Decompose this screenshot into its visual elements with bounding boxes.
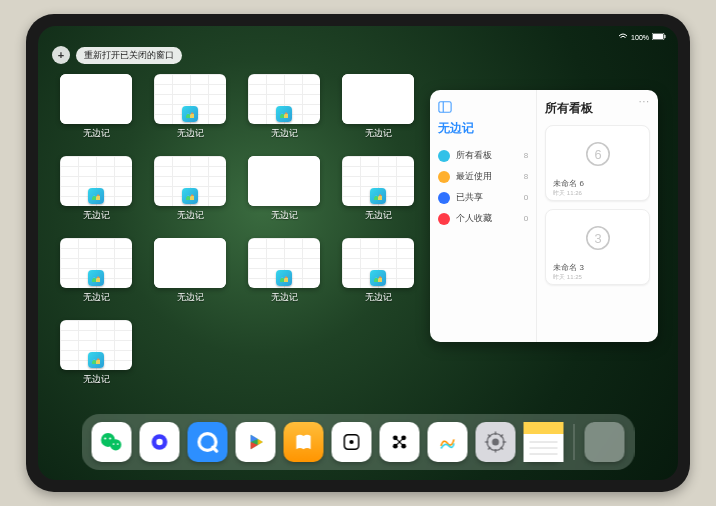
board-card[interactable]: 6未命名 6昨天 11:26 [545, 125, 650, 201]
window-thumbnail[interactable]: 无边记 [342, 74, 414, 142]
sidebar-item-count: 0 [524, 214, 528, 223]
thumbnail-preview [154, 156, 226, 206]
thumbnail-preview [342, 74, 414, 124]
thumbnail-preview [154, 238, 226, 288]
svg-point-32 [492, 439, 499, 446]
dock-app-qqbrowser[interactable] [188, 422, 228, 462]
thumbnail-label: 无边记 [365, 209, 392, 222]
dock-app-freeform[interactable] [428, 422, 468, 462]
window-thumbnail[interactable]: 无边记 [342, 156, 414, 224]
thumbnail-label: 无边记 [177, 127, 204, 140]
new-window-button[interactable]: + [52, 46, 70, 64]
thumbnail-label: 无边记 [177, 291, 204, 304]
freeform-app-icon [276, 106, 292, 122]
freeform-app-icon [276, 188, 292, 204]
sidebar-items: 所有看板8最近使用8已共享0个人收藏0 [438, 145, 528, 229]
panel-sidebar: 无边记 所有看板8最近使用8已共享0个人收藏0 [430, 90, 537, 342]
category-dot-icon [438, 213, 450, 225]
board-subtitle: 昨天 11:26 [550, 189, 645, 198]
freeform-app-icon [88, 270, 104, 286]
panel-content: ··· 所有看板 6未命名 6昨天 11:263未命名 3昨天 11:25 [537, 90, 658, 342]
thumbnail-preview [60, 238, 132, 288]
sidebar-toggle-icon[interactable] [438, 100, 452, 114]
screen: 100% + 重新打开已关闭的窗口 无边记无边记无边记无边记无边记无边记无边记无… [38, 26, 678, 480]
sidebar-item-count: 8 [524, 172, 528, 181]
sidebar-item-label: 所有看板 [456, 149, 492, 162]
window-thumbnail[interactable]: 无边记 [60, 156, 132, 224]
thumbnail-label: 无边记 [83, 291, 110, 304]
dock-app-quark[interactable] [140, 422, 180, 462]
freeform-app-icon [276, 270, 292, 286]
svg-point-12 [109, 437, 111, 439]
dock-app-wechat[interactable] [92, 422, 132, 462]
window-thumbnail[interactable]: 无边记 [154, 156, 226, 224]
category-dot-icon [438, 171, 450, 183]
sidebar-item-count: 0 [524, 193, 528, 202]
window-thumbnail[interactable]: 无边记 [154, 238, 226, 306]
dock-app-connect[interactable] [380, 422, 420, 462]
sidebar-item[interactable]: 已共享0 [438, 187, 528, 208]
window-thumbnail[interactable]: 无边记 [60, 74, 132, 142]
sidebar-item[interactable]: 个人收藏0 [438, 208, 528, 229]
freeform-app-icon [88, 188, 104, 204]
dock [82, 414, 635, 470]
window-switcher-grid: 无边记无边记无边记无边记无边记无边记无边记无边记无边记无边记无边记无边记无边记 [60, 74, 430, 388]
battery-label: 100% [631, 34, 649, 41]
window-thumbnail[interactable]: 无边记 [60, 238, 132, 306]
sidebar-item[interactable]: 最近使用8 [438, 166, 528, 187]
thumbnail-preview [248, 74, 320, 124]
more-button[interactable]: ··· [639, 96, 650, 107]
thumbnail-label: 无边记 [271, 291, 298, 304]
dock-app-notes[interactable] [524, 422, 564, 462]
window-thumbnail[interactable]: 无边记 [60, 320, 132, 388]
thumbnail-label: 无边记 [365, 291, 392, 304]
thumbnail-preview [248, 238, 320, 288]
svg-point-23 [349, 440, 353, 444]
dock-app-dice[interactable] [332, 422, 372, 462]
board-card[interactable]: 3未命名 3昨天 11:25 [545, 209, 650, 285]
thumbnail-preview [60, 156, 132, 206]
panel-right-title: 所有看板 [545, 100, 650, 117]
thumbnail-label: 无边记 [83, 127, 110, 140]
sidebar-item-label: 最近使用 [456, 170, 492, 183]
freeform-app-icon [370, 270, 386, 286]
sidebar-item-count: 8 [524, 151, 528, 160]
thumbnail-label: 无边记 [365, 127, 392, 140]
sidebar-item[interactable]: 所有看板8 [438, 145, 528, 166]
svg-point-16 [156, 439, 163, 446]
window-thumbnail[interactable]: 无边记 [248, 238, 320, 306]
reopen-closed-window-button[interactable]: 重新打开已关闭的窗口 [76, 47, 182, 64]
svg-point-11 [104, 437, 106, 439]
board-name: 未命名 3 [550, 262, 645, 273]
thumbnail-preview [342, 238, 414, 288]
board-preview: 6 [550, 130, 645, 178]
svg-text:6: 6 [594, 147, 601, 162]
window-thumbnail[interactable]: 无边记 [342, 238, 414, 306]
thumbnail-label: 无边记 [271, 127, 298, 140]
svg-rect-3 [439, 102, 451, 113]
thumbnail-label: 无边记 [83, 373, 110, 386]
dock-recent-apps[interactable] [585, 422, 625, 462]
dock-app-play[interactable] [236, 422, 276, 462]
thumbnail-preview [60, 320, 132, 370]
window-thumbnail[interactable]: 无边记 [248, 156, 320, 224]
freeform-app-icon [88, 352, 104, 368]
category-dot-icon [438, 150, 450, 162]
svg-marker-21 [258, 439, 263, 445]
thumbnail-preview [248, 156, 320, 206]
window-thumbnail[interactable]: 无边记 [154, 74, 226, 142]
freeform-panel[interactable]: 无边记 所有看板8最近使用8已共享0个人收藏0 ··· 所有看板 6未命名 6昨… [430, 90, 658, 342]
svg-point-10 [110, 439, 121, 450]
thumbnail-label: 无边记 [177, 209, 204, 222]
freeform-app-icon [182, 188, 198, 204]
battery-icon [652, 33, 666, 41]
freeform-app-icon [182, 270, 198, 286]
board-name: 未命名 6 [550, 178, 645, 189]
status-bar: 100% [38, 30, 678, 44]
sidebar-item-label: 个人收藏 [456, 212, 492, 225]
sidebar-item-label: 已共享 [456, 191, 483, 204]
window-thumbnail[interactable]: 无边记 [248, 74, 320, 142]
dock-app-settings[interactable] [476, 422, 516, 462]
thumbnail-label: 无边记 [271, 209, 298, 222]
dock-app-books[interactable] [284, 422, 324, 462]
